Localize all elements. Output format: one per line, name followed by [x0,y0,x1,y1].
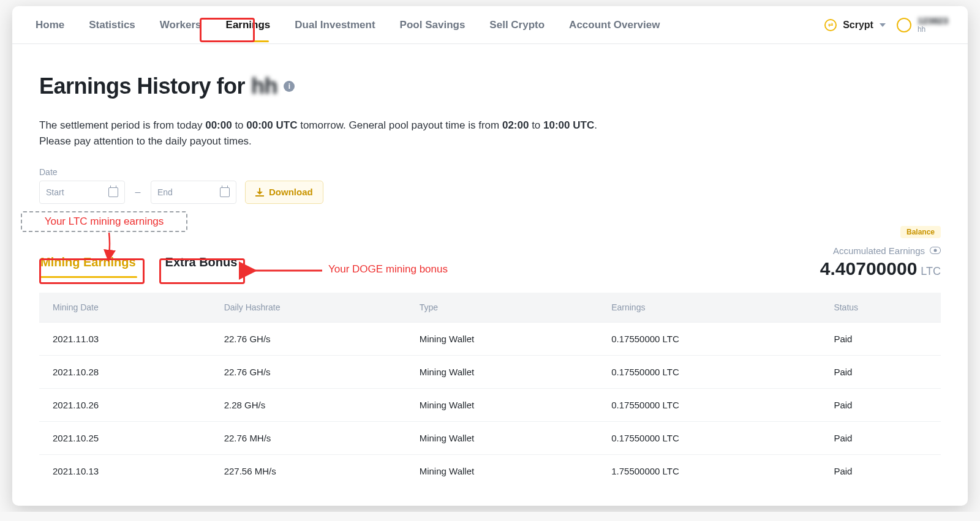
table-header: Type [406,293,598,323]
tab-mining-earnings[interactable]: Mining Earnings [39,249,137,275]
date-label: Date [39,167,941,177]
table-cell-earn: 0.17550000 LTC [598,388,820,421]
nav-item-earnings[interactable]: Earnings [222,8,274,42]
table-cell-hash: 227.56 MH/s [211,454,406,487]
table-cell-type: Mining Wallet [406,388,598,421]
table-cell-type: Mining Wallet [406,322,598,355]
date-range-dash: – [134,187,142,198]
nav-item-dual-investment[interactable]: Dual Investment [291,8,379,42]
algo-selector[interactable]: Scrypt [824,19,886,31]
table-header: Status [820,293,941,323]
table-cell-earn: 0.17550000 LTC [598,355,820,388]
nav-item-pool-savings[interactable]: Pool Savings [396,8,469,42]
info-icon[interactable]: i [284,81,295,92]
table-cell-hash: 22.76 MH/s [211,421,406,454]
table-cell-earn: 0.17550000 LTC [598,322,820,355]
algo-name: Scrypt [843,20,873,31]
table-cell-type: Mining Wallet [406,355,598,388]
table-row: 2021.11.0322.76 GH/sMining Wallet0.17550… [39,322,941,355]
table-cell-earn: 1.75500000 LTC [598,454,820,487]
avatar-icon [897,18,911,32]
user-menu[interactable]: 123823 hh [897,16,948,33]
table-row: 2021.10.2822.76 GH/sMining Wallet0.17550… [39,355,941,388]
earnings-table: Mining DateDaily HashrateTypeEarningsSta… [39,293,941,487]
accumulated-earnings-label: Accumulated Earnings [820,246,941,256]
balance-badge[interactable]: Balance [900,226,941,238]
table-cell-type: Mining Wallet [406,454,598,487]
table-cell-status: Paid [820,421,941,454]
table-cell-status: Paid [820,454,941,487]
nav-item-statistics[interactable]: Statistics [85,8,139,42]
table-cell-date: 2021.10.26 [39,388,211,421]
nav-item-home[interactable]: Home [32,8,68,42]
table-row: 2021.10.2522.76 MH/sMining Wallet0.17550… [39,421,941,454]
settlement-note: The settlement period is from today 00:0… [39,118,941,150]
table-header: Earnings [598,293,820,323]
user-name: hh [918,26,948,34]
tab-extra-bonus[interactable]: Extra Bonus [164,249,239,275]
top-nav: HomeStatisticsWorkersEarningsDual Invest… [12,6,968,44]
swap-icon [824,19,837,31]
table-cell-hash: 22.76 GH/s [211,355,406,388]
calendar-icon [220,187,230,197]
table-cell-hash: 2.28 GH/s [211,388,406,421]
table-cell-status: Paid [820,322,941,355]
user-id: 123823 [918,16,948,26]
table-cell-earn: 0.17550000 LTC [598,421,820,454]
nav-item-workers[interactable]: Workers [156,8,205,42]
table-header: Mining Date [39,293,211,323]
accumulated-earnings-value: 4.40700000LTC [820,258,941,279]
download-icon [255,188,264,197]
table-cell-type: Mining Wallet [406,421,598,454]
chevron-down-icon [880,23,886,27]
nav-item-sell-crypto[interactable]: Sell Crypto [486,8,548,42]
page-title: Earnings History for hh i [39,73,941,99]
calendar-icon [108,187,118,197]
date-start-input[interactable]: Start [39,181,125,204]
table-cell-date: 2021.10.28 [39,355,211,388]
table-cell-status: Paid [820,355,941,388]
download-button[interactable]: Download [245,181,323,204]
table-cell-date: 2021.11.03 [39,322,211,355]
table-row: 2021.10.262.28 GH/sMining Wallet0.175500… [39,388,941,421]
table-cell-hash: 22.76 GH/s [211,322,406,355]
date-end-input[interactable]: End [151,181,236,204]
table-row: 2021.10.13227.56 MH/sMining Wallet1.7550… [39,454,941,487]
title-username: hh [251,73,277,99]
table-cell-date: 2021.10.13 [39,454,211,487]
table-header: Daily Hashrate [211,293,406,323]
nav-item-account-overview[interactable]: Account Overview [565,8,663,42]
table-cell-status: Paid [820,388,941,421]
eye-icon[interactable] [930,247,941,254]
table-cell-date: 2021.10.25 [39,421,211,454]
